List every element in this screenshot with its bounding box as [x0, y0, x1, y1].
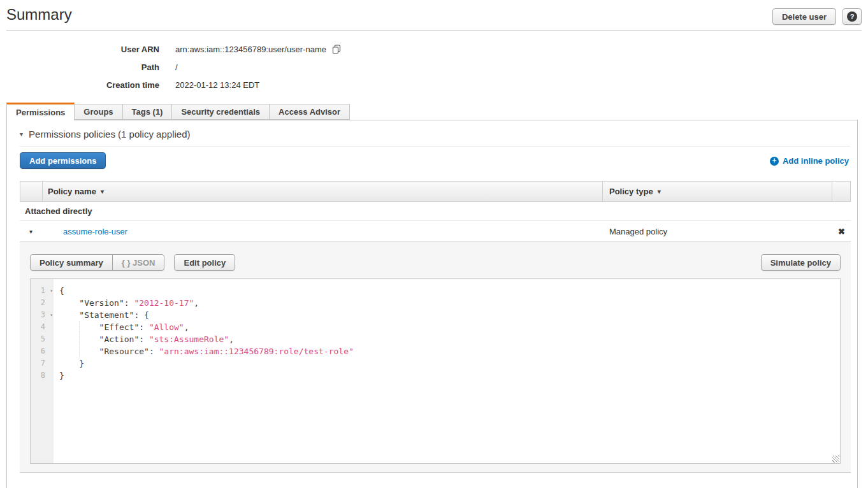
column-header-policy-name[interactable]: Policy name ▾: [43, 182, 602, 201]
policy-type-cell: Managed policy: [603, 227, 832, 236]
header-caret-column: [20, 182, 43, 201]
simulate-policy-button[interactable]: Simulate policy: [761, 254, 841, 271]
gutter-line-number: 3▾: [31, 309, 54, 321]
column-header-policy-type[interactable]: Policy type ▾: [602, 182, 832, 201]
sort-caret-icon: ▾: [658, 188, 661, 195]
fold-caret-icon[interactable]: ▾: [50, 285, 53, 297]
page-title: Summary: [6, 6, 72, 24]
sort-caret-icon: ▾: [101, 188, 104, 195]
code-line: "Resource": "arn:aws:iam::123456789:role…: [59, 345, 840, 357]
gutter-line-number: 1▾: [31, 285, 54, 297]
plus-icon: +: [770, 157, 779, 166]
policy-name-cell: assume-role-user: [42, 227, 603, 236]
creation-time-label: Creation time: [0, 80, 159, 90]
gutter-line-number: 2: [31, 297, 54, 309]
add-inline-policy-link[interactable]: + Add inline policy: [770, 156, 849, 166]
help-icon: ?: [847, 11, 857, 22]
policy-summary-button[interactable]: Policy summary: [30, 254, 113, 271]
policy-detail-toolbar: Policy summary { } JSON Edit policy Simu…: [30, 254, 841, 271]
editor-resize-handle[interactable]: [832, 456, 839, 463]
tab-access-advisor[interactable]: Access Advisor: [269, 104, 350, 120]
permissions-policies-section-toggle[interactable]: ▾ Permissions policies (1 policy applied…: [20, 129, 190, 140]
gutter-line-number: 6: [31, 345, 54, 357]
creation-time-value: 2022-01-12 13:24 EDT: [175, 80, 259, 90]
policy-detail-panel: Policy summary { } JSON Edit policy Simu…: [20, 241, 851, 473]
fold-caret-icon[interactable]: ▾: [50, 309, 53, 321]
editor-gutter: 1▾23▾45678: [31, 279, 54, 463]
add-inline-policy-label: Add inline policy: [783, 156, 849, 166]
gutter-line-number: 8: [31, 370, 54, 382]
detail-row-creation-time: Creation time 2022-01-12 13:24 EDT: [0, 76, 342, 94]
gutter-line-number: 4: [31, 321, 54, 333]
row-expand-caret-icon[interactable]: ▾: [20, 228, 42, 235]
policy-table-header: Policy name ▾ Policy type ▾: [20, 181, 851, 202]
code-line: }: [59, 357, 840, 370]
permissions-policies-heading: Permissions policies (1 policy applied): [29, 129, 190, 140]
group-row-attached-directly: Attached directly: [20, 202, 851, 221]
code-line: "Action": "sts:AssumeRole",: [59, 333, 840, 345]
help-button[interactable]: ?: [843, 8, 862, 25]
code-line: "Statement": {: [59, 309, 840, 321]
policy-table: Policy name ▾ Policy type ▾ Attached dir…: [20, 181, 851, 473]
delete-user-button[interactable]: Delete user: [772, 8, 836, 25]
page-header: Summary Delete user ?: [6, 0, 862, 31]
json-braces-icon: { }: [122, 258, 131, 268]
json-code-editor[interactable]: 1▾23▾45678 { "Version": "2012-10-17", "S…: [30, 278, 841, 464]
section-collapse-icon: ▾: [20, 131, 23, 138]
policy-name-link[interactable]: assume-role-user: [63, 227, 127, 236]
edit-policy-button[interactable]: Edit policy: [174, 254, 235, 271]
detail-row-path: Path /: [0, 58, 342, 76]
tab-bar: Permissions Groups Tags (1) Security cre…: [6, 103, 350, 120]
user-arn-value: arn:aws:iam::123456789:user/user-name: [175, 45, 326, 54]
tab-groups[interactable]: Groups: [74, 104, 122, 120]
header-actions: Delete user ?: [772, 8, 862, 25]
path-value: /: [175, 62, 178, 72]
tab-tags[interactable]: Tags (1): [122, 104, 173, 120]
indent-guide: [79, 321, 80, 357]
code-line: "Version": "2012-10-17",: [59, 297, 840, 309]
user-arn-label: User ARN: [0, 45, 159, 54]
tab-security-credentials[interactable]: Security credentials: [171, 104, 270, 120]
header-actions-column: [832, 182, 850, 201]
code-line: "Effect": "Allow",: [59, 321, 840, 333]
policy-row: ▾ assume-role-user Managed policy ✖: [20, 221, 851, 241]
add-permissions-button[interactable]: Add permissions: [20, 152, 106, 169]
detach-policy-icon[interactable]: ✖: [832, 227, 851, 236]
path-label: Path: [0, 62, 159, 72]
copy-icon[interactable]: [332, 45, 342, 54]
editor-code-area[interactable]: { "Version": "2012-10-17", "Statement": …: [54, 279, 840, 463]
iam-user-summary-page: Summary Delete user ? User ARN arn:aws:i…: [0, 0, 868, 488]
code-line: }: [59, 370, 840, 382]
detail-row-user-arn: User ARN arn:aws:iam::123456789:user/use…: [0, 40, 342, 58]
section-divider: [20, 146, 850, 147]
gutter-line-number: 5: [31, 333, 54, 345]
gutter-line-number: 7: [31, 357, 54, 370]
tab-permissions[interactable]: Permissions: [6, 103, 75, 120]
permissions-tab-panel: ▾ Permissions policies (1 policy applied…: [6, 120, 858, 488]
user-details: User ARN arn:aws:iam::123456789:user/use…: [0, 40, 342, 94]
code-line: {: [59, 285, 840, 297]
json-button[interactable]: { } JSON: [112, 254, 165, 271]
